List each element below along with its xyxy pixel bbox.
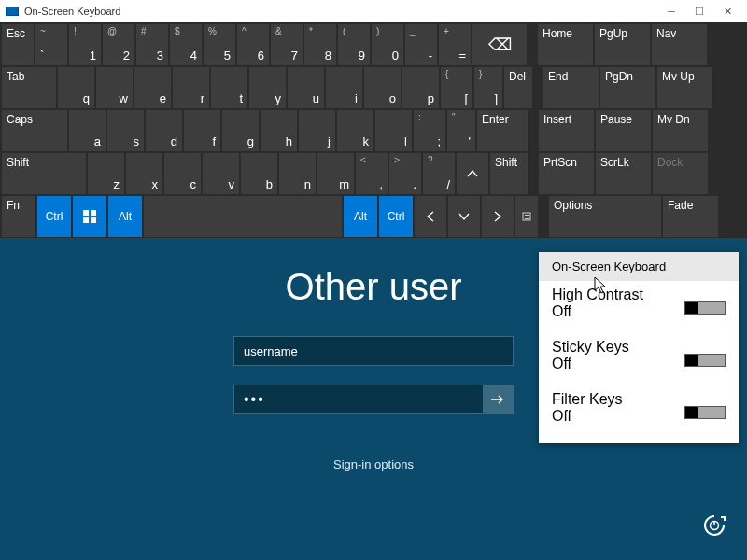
- title-text: On-Screen Keyboard: [24, 6, 120, 17]
- key-rbracket[interactable]: }]: [474, 67, 502, 108]
- key-nav[interactable]: Nav: [652, 24, 707, 65]
- ease-item-osk[interactable]: On-Screen Keyboard: [539, 252, 739, 281]
- key-ctrl-right[interactable]: Ctrl: [379, 196, 413, 237]
- password-field[interactable]: [234, 385, 483, 413]
- key-a[interactable]: a: [69, 110, 106, 151]
- key-9[interactable]: (9: [338, 24, 370, 65]
- key-comma[interactable]: <,: [356, 153, 388, 194]
- key-space[interactable]: [144, 196, 342, 237]
- ease-of-access-panel: On-Screen Keyboard High Contrast Off Sti…: [539, 252, 739, 443]
- key-z[interactable]: z: [88, 153, 124, 194]
- ease-item-sticky-keys[interactable]: Sticky Keys Off: [539, 333, 739, 374]
- key-shift-right[interactable]: Shift: [490, 153, 528, 194]
- key-c[interactable]: c: [164, 153, 201, 194]
- key-g[interactable]: g: [222, 110, 259, 151]
- key-enter[interactable]: Enter: [477, 110, 528, 151]
- key-x[interactable]: x: [126, 153, 162, 194]
- key-caps[interactable]: Caps: [2, 110, 67, 151]
- svg-rect-1: [91, 210, 96, 216]
- key-alt-right[interactable]: Alt: [344, 196, 377, 237]
- high-contrast-toggle[interactable]: [684, 301, 726, 315]
- key-2[interactable]: @2: [103, 24, 134, 65]
- key-d[interactable]: d: [146, 110, 182, 151]
- key-tab[interactable]: Tab: [2, 67, 56, 108]
- key-shift-left[interactable]: Shift: [2, 153, 86, 194]
- key-0[interactable]: )0: [372, 24, 403, 65]
- key-v[interactable]: v: [203, 153, 239, 194]
- key-y[interactable]: y: [249, 67, 286, 108]
- close-button[interactable]: ✕: [713, 2, 741, 21]
- key-fn[interactable]: Fn: [2, 196, 35, 237]
- key-o[interactable]: o: [364, 67, 401, 108]
- key-f[interactable]: f: [184, 110, 220, 151]
- key-pgdn[interactable]: PgDn: [600, 67, 655, 108]
- ease-item-filter-keys[interactable]: Filter Keys Off: [539, 385, 739, 427]
- key-mvdn[interactable]: Mv Dn: [653, 110, 708, 151]
- key-k[interactable]: k: [337, 110, 374, 151]
- key-l[interactable]: l: [375, 110, 412, 151]
- key-i[interactable]: i: [326, 67, 362, 108]
- key-up[interactable]: [457, 153, 488, 194]
- key-ctrl-left[interactable]: Ctrl: [37, 196, 71, 237]
- key-6[interactable]: ^6: [237, 24, 269, 65]
- key-s[interactable]: s: [107, 110, 144, 151]
- key-1[interactable]: !1: [69, 24, 101, 65]
- username-field[interactable]: username: [233, 336, 514, 366]
- key-h[interactable]: h: [261, 110, 297, 151]
- key-t[interactable]: t: [211, 67, 247, 108]
- key-context-menu[interactable]: [515, 196, 538, 237]
- key-alt-left[interactable]: Alt: [108, 196, 142, 237]
- key-right[interactable]: [482, 196, 514, 237]
- key-esc[interactable]: Esc: [2, 24, 34, 65]
- key-home[interactable]: Home: [538, 24, 593, 65]
- key-lbracket[interactable]: {[: [441, 67, 472, 108]
- key-fade[interactable]: Fade: [663, 196, 718, 237]
- sign-in-options-link[interactable]: Sign-in options: [333, 457, 414, 471]
- key-minus[interactable]: _-: [405, 24, 437, 65]
- key-options[interactable]: Options: [549, 196, 661, 237]
- key-b[interactable]: b: [241, 153, 277, 194]
- key-p[interactable]: p: [402, 67, 439, 108]
- key-slash[interactable]: ?/: [423, 153, 455, 194]
- key-period[interactable]: >.: [389, 153, 421, 194]
- submit-button[interactable]: [483, 385, 513, 413]
- key-equals[interactable]: +=: [439, 24, 471, 65]
- key-4[interactable]: $4: [170, 24, 202, 65]
- key-8[interactable]: *8: [304, 24, 336, 65]
- key-scrlk[interactable]: ScrLk: [596, 153, 651, 194]
- filter-keys-toggle[interactable]: [684, 406, 726, 419]
- power-button[interactable]: [702, 513, 726, 541]
- key-pgup[interactable]: PgUp: [595, 24, 650, 65]
- key-dock[interactable]: Dock: [653, 153, 708, 194]
- key-7[interactable]: &7: [271, 24, 303, 65]
- key-semicolon[interactable]: :;: [414, 110, 445, 151]
- key-3[interactable]: #3: [136, 24, 168, 65]
- key-r[interactable]: r: [173, 67, 209, 108]
- key-down[interactable]: [448, 196, 480, 237]
- svg-rect-2: [83, 217, 89, 223]
- key-left[interactable]: [415, 196, 446, 237]
- key-prtscn[interactable]: PrtScn: [539, 153, 594, 194]
- key-w[interactable]: w: [96, 67, 133, 108]
- key-end[interactable]: End: [543, 67, 599, 108]
- key-e[interactable]: e: [134, 67, 171, 108]
- key-insert[interactable]: Insert: [539, 110, 594, 151]
- key-pause[interactable]: Pause: [596, 110, 651, 151]
- app-icon: [6, 7, 19, 16]
- key-m[interactable]: m: [317, 153, 354, 194]
- key-q[interactable]: q: [58, 67, 94, 108]
- key-j[interactable]: j: [299, 110, 335, 151]
- key-quote[interactable]: "': [447, 110, 475, 151]
- key-backspace[interactable]: ⌫: [472, 24, 527, 65]
- minimize-button[interactable]: ─: [657, 2, 685, 21]
- ease-item-high-contrast[interactable]: High Contrast Off: [539, 281, 739, 322]
- key-u[interactable]: u: [288, 67, 324, 108]
- key-5[interactable]: %5: [204, 24, 235, 65]
- sticky-keys-toggle[interactable]: [684, 354, 726, 367]
- key-mvup[interactable]: Mv Up: [657, 67, 712, 108]
- key-n[interactable]: n: [279, 153, 316, 194]
- key-windows[interactable]: [73, 196, 106, 237]
- maximize-button[interactable]: ☐: [685, 2, 713, 21]
- key-del[interactable]: Del: [504, 67, 532, 108]
- key-backtick[interactable]: ~`: [35, 24, 67, 65]
